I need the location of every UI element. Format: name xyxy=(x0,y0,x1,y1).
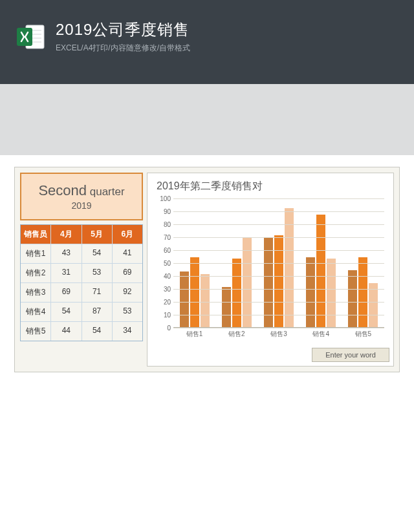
y-axis-label: 50 xyxy=(157,260,171,267)
table-cell: 销售4 xyxy=(21,303,51,321)
sales-table: 销售员4月5月6月 销售1435441销售2315369销售3697192销售4… xyxy=(20,224,143,341)
quarter-word1: Second xyxy=(38,182,87,198)
entry-word-input[interactable]: Enter your word xyxy=(312,348,389,362)
bar xyxy=(264,238,273,327)
y-axis-label: 100 xyxy=(157,195,171,202)
bar xyxy=(190,257,199,327)
table-cell: 71 xyxy=(82,283,113,302)
quarter-year: 2019 xyxy=(71,200,91,211)
bar xyxy=(327,259,336,327)
table-cell: 34 xyxy=(113,322,142,341)
x-axis-label: 销售1 xyxy=(175,330,214,339)
grid-line xyxy=(173,250,384,251)
table-cell: 87 xyxy=(82,303,113,321)
bar xyxy=(201,274,210,327)
table-head-cell: 5月 xyxy=(82,225,113,244)
y-axis-label: 20 xyxy=(157,299,171,306)
table-cell: 销售2 xyxy=(21,264,51,282)
bar xyxy=(243,238,252,327)
table-cell: 69 xyxy=(113,264,142,282)
bar xyxy=(369,283,378,327)
grid-line xyxy=(173,198,384,199)
grid-line xyxy=(173,263,384,264)
chart-area: 2019年第二季度销售对 销售1销售2销售3销售4销售5 01020304050… xyxy=(147,173,394,367)
x-axis-label: 销售5 xyxy=(343,330,382,339)
table-row: 销售5445434 xyxy=(21,321,142,341)
table-head-cell: 4月 xyxy=(51,225,82,244)
grid-line xyxy=(173,224,384,225)
y-axis-label: 30 xyxy=(157,286,171,293)
header-text: 2019公司季度销售 EXCEL/A4打印/内容随意修改/自带格式 xyxy=(56,19,190,54)
table-head-cell: 销售员 xyxy=(21,225,51,244)
spreadsheet-panel: Second quarter 2019 销售员4月5月6月 销售1435441销… xyxy=(14,167,400,372)
excel-icon xyxy=(16,21,47,52)
quarter-word2: quarter xyxy=(90,186,125,198)
bar xyxy=(358,257,367,327)
bar xyxy=(274,235,283,327)
table-cell: 54 xyxy=(82,322,113,341)
table-row: 销售1435441 xyxy=(21,244,142,263)
grid-line xyxy=(173,289,384,290)
grid-line xyxy=(173,211,384,212)
y-axis-label: 0 xyxy=(157,325,171,332)
chart-plot: 销售1销售2销售3销售4销售5 0102030405060708090100 xyxy=(173,198,384,328)
y-axis-label: 80 xyxy=(157,221,171,228)
bar xyxy=(232,259,241,327)
table-cell: 41 xyxy=(113,244,142,263)
x-axis-label: 销售3 xyxy=(259,330,298,339)
grid-line xyxy=(173,328,384,328)
x-axis-label: 销售2 xyxy=(217,330,256,339)
x-axis-label: 销售4 xyxy=(301,330,340,339)
table-cell: 43 xyxy=(51,244,82,263)
y-axis-label: 90 xyxy=(157,208,171,215)
y-axis-label: 40 xyxy=(157,273,171,280)
bar xyxy=(222,287,231,327)
bar xyxy=(285,208,294,327)
bar xyxy=(180,271,189,327)
grid-line xyxy=(173,315,384,315)
table-cell: 54 xyxy=(51,303,82,321)
table-row: 销售3697192 xyxy=(21,282,142,302)
bar xyxy=(348,270,357,327)
table-cell: 53 xyxy=(113,303,142,321)
y-axis-label: 60 xyxy=(157,247,171,254)
table-cell: 92 xyxy=(113,283,142,302)
table-cell: 44 xyxy=(51,322,82,341)
table-cell: 销售3 xyxy=(21,283,51,302)
quarter-box: Second quarter 2019 xyxy=(20,173,143,220)
table-header: 销售员4月5月6月 xyxy=(21,225,142,244)
page-title: 2019公司季度销售 xyxy=(56,19,190,40)
table-cell: 销售5 xyxy=(21,322,51,341)
page-subtitle: EXCEL/A4打印/内容随意修改/自带格式 xyxy=(56,43,190,54)
table-head-cell: 6月 xyxy=(113,225,142,244)
quarter-line1: Second quarter xyxy=(38,182,124,199)
left-column: Second quarter 2019 销售员4月5月6月 销售1435441销… xyxy=(20,173,143,367)
header: 2019公司季度销售 EXCEL/A4打印/内容随意修改/自带格式 xyxy=(0,0,414,54)
table-cell: 53 xyxy=(82,264,113,282)
y-axis-label: 70 xyxy=(157,234,171,241)
y-axis-label: 10 xyxy=(157,312,171,319)
grid-line xyxy=(173,276,384,277)
bar xyxy=(316,215,325,327)
grid-line xyxy=(173,237,384,238)
table-cell: 54 xyxy=(82,244,113,263)
table-row: 销售4548753 xyxy=(21,302,142,321)
table-cell: 31 xyxy=(51,264,82,282)
chart-title: 2019年第二季度销售对 xyxy=(157,180,387,193)
table-row: 销售2315369 xyxy=(21,263,142,282)
table-cell: 销售1 xyxy=(21,244,51,263)
bar xyxy=(306,257,315,327)
grid-line xyxy=(173,302,384,303)
table-cell: 69 xyxy=(51,283,82,302)
